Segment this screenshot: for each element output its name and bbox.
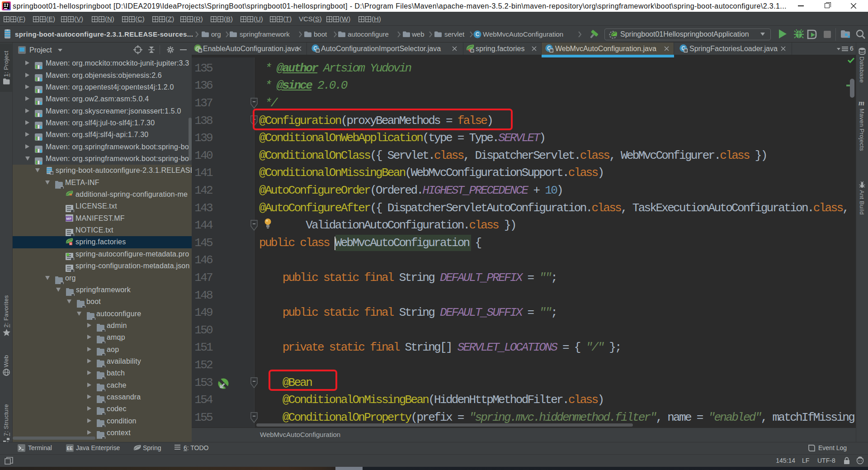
svg-text:C: C <box>476 31 480 38</box>
svg-text:EE: EE <box>67 446 73 451</box>
